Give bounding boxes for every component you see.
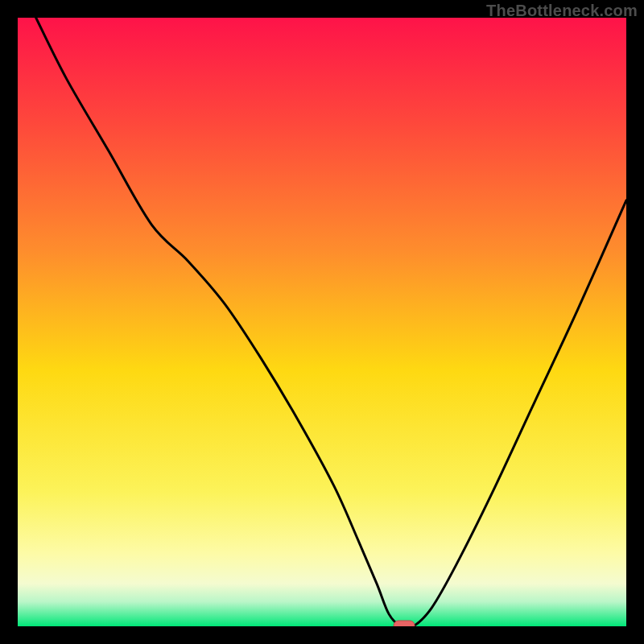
balance-marker bbox=[394, 621, 415, 626]
watermark-text: TheBottleneck.com bbox=[486, 2, 638, 20]
bottleneck-chart-svg bbox=[18, 18, 626, 626]
chart-frame: TheBottleneck.com bbox=[0, 0, 644, 644]
plot-area bbox=[18, 18, 626, 626]
gradient-background bbox=[18, 18, 626, 626]
